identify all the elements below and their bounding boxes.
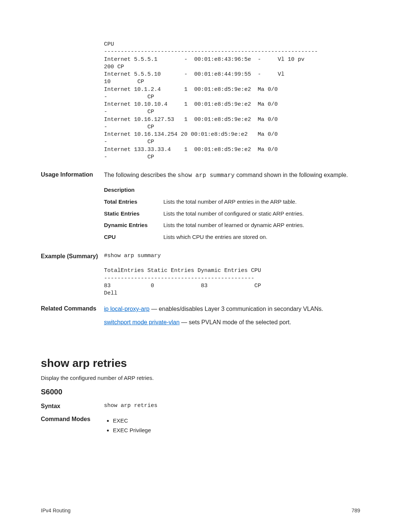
description-term: Static Entries: [104, 210, 163, 218]
description-definition: Lists the total number of learned or dyn…: [163, 221, 360, 229]
command-modes-block: Command Modes EXECEXEC Privilege: [41, 415, 360, 436]
related-command-item: ip local-proxy-arp — enables/disables La…: [104, 305, 360, 313]
description-term: Dynamic Entries: [104, 221, 163, 229]
section-heading: show arp retries: [41, 357, 360, 370]
related-command-link[interactable]: ip local-proxy-arp: [104, 306, 150, 312]
command-modes-label: Command Modes: [41, 415, 104, 436]
syntax-block: Syntax show arp retries: [41, 402, 360, 410]
usage-intro-code: show arp summary: [177, 172, 235, 179]
description-row: Total EntriesLists the total number of A…: [104, 198, 360, 206]
syntax-value: show arp retries: [104, 402, 360, 410]
usage-intro-after: command shown in the following example.: [235, 172, 348, 178]
footer-left: IPv4 Routing: [41, 508, 71, 513]
usage-information-block: Usage Information The following describe…: [41, 171, 360, 245]
command-mode-item: EXEC Privilege: [113, 426, 360, 434]
command-modes-list: EXECEXEC Privilege: [104, 417, 360, 434]
arp-output-block: CPU ------------------------------------…: [41, 41, 360, 161]
usage-intro-before: The following describes the: [104, 172, 177, 178]
description-row: Static EntriesLists the total number of …: [104, 210, 360, 218]
related-commands-block: Related Commands ip local-proxy-arp — en…: [41, 305, 360, 331]
related-label: Related Commands: [41, 305, 104, 331]
footer-right: 789: [352, 508, 360, 513]
section-subhead: Display the configured number of ARP ret…: [41, 375, 360, 381]
related-command-item: switchport mode private-vlan — sets PVLA…: [104, 318, 360, 326]
syntax-label: Syntax: [41, 402, 104, 410]
usage-label: Usage Information: [41, 171, 104, 245]
related-command-text: — enables/disables Layer 3 communication…: [150, 306, 323, 312]
example-label: Example (Summary): [41, 252, 104, 298]
description-definition: Lists the total number of configured or …: [163, 210, 360, 218]
model-heading: S6000: [41, 388, 360, 396]
usage-intro: The following describes the show arp sum…: [104, 171, 360, 180]
empty-label: [41, 41, 104, 161]
page-footer: IPv4 Routing 789: [41, 508, 360, 513]
related-command-text: — sets PVLAN mode of the selected port.: [180, 319, 291, 325]
command-mode-item: EXEC: [113, 417, 360, 425]
example-summary-block: Example (Summary) #show arp summary Tota…: [41, 252, 360, 298]
description-term: Total Entries: [104, 198, 163, 206]
description-definition: Lists which CPU the entries are stored o…: [163, 233, 360, 241]
description-term: CPU: [104, 233, 163, 241]
description-header: Description: [104, 186, 163, 194]
description-row: Dynamic EntriesLists the total number of…: [104, 221, 360, 229]
description-table: Description Total EntriesLists the total…: [104, 186, 360, 241]
example-output-text: #show arp summary TotalEntries Static En…: [104, 252, 360, 298]
description-row: CPULists which CPU the entries are store…: [104, 233, 360, 241]
arp-output-text: CPU ------------------------------------…: [104, 41, 360, 161]
description-definition: Lists the total number of ARP entries in…: [163, 198, 360, 206]
related-command-link[interactable]: switchport mode private-vlan: [104, 319, 180, 325]
